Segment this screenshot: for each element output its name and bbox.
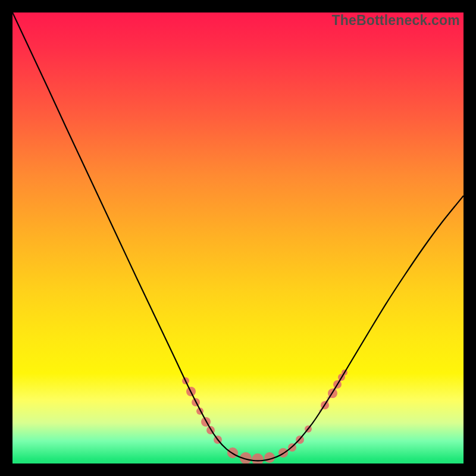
- data-dots: [182, 369, 347, 464]
- curve-line: [12, 12, 464, 461]
- plot-area: TheBottleneck.com: [12, 12, 464, 464]
- svg-point-17: [252, 453, 264, 464]
- chart-frame: TheBottleneck.com: [0, 0, 476, 476]
- chart-svg: [12, 12, 464, 464]
